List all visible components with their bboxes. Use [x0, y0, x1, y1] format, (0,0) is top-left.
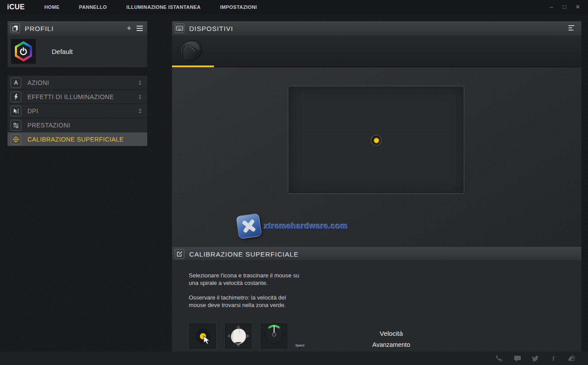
window-controls: – □ ✕	[548, 4, 588, 10]
calibration-lower-section: Selezionare l'icona e trascinare il mous…	[172, 260, 581, 365]
close-icon[interactable]: ✕	[575, 4, 581, 10]
mini-gauge-label: Speed	[287, 344, 313, 347]
profiles-header: PROFILI +	[8, 21, 147, 35]
mouse-cursor-icon	[203, 335, 210, 345]
devices-header: DISPOSITIVI	[172, 21, 581, 35]
target-icon	[11, 134, 21, 145]
count-badge: 1	[138, 80, 141, 86]
minimize-icon[interactable]: –	[548, 4, 554, 10]
device-tab-mouse[interactable]	[172, 35, 214, 67]
bottom-bar: 24 f	[0, 352, 588, 365]
profiles-panel: PROFILI +	[8, 21, 147, 146]
dpi-cursor-icon	[11, 106, 21, 116]
tile-drag-dot[interactable]	[189, 323, 216, 349]
profile-name: Default	[52, 48, 73, 55]
device-tabstrip	[172, 35, 581, 67]
icue-logo: iCUE	[7, 3, 25, 11]
icue-window: iCUE HOME PANNELLO ILLUMINAZIONE ISTANTA…	[0, 0, 588, 365]
maximize-icon[interactable]: □	[561, 4, 568, 10]
sliders-icon	[11, 120, 21, 131]
sidebar-item-lighting-effects[interactable]: EFFETTI DI ILLUMINAZIONE 1	[8, 90, 147, 104]
top-menu-bar: iCUE HOME PANNELLO ILLUMINAZIONE ISTANTA…	[0, 0, 588, 14]
sidebar-item-dpi[interactable]: DPI 2	[8, 104, 147, 118]
top-nav: HOME PANNELLO ILLUMINAZIONE ISTANTANEA I…	[44, 4, 257, 10]
svg-text:24: 24	[500, 359, 503, 362]
gauge-speed-label: Velocità	[347, 330, 435, 337]
corsair-logo-icon[interactable]	[568, 354, 576, 362]
calibration-dot[interactable]	[371, 135, 382, 146]
facebook-icon[interactable]: f	[550, 354, 557, 362]
nav-settings[interactable]: IMPOSTAZIONI	[220, 4, 257, 10]
calibration-step-tiles: Speed	[189, 323, 287, 349]
keyboard-icon	[175, 23, 184, 33]
count-badge: 2	[138, 108, 141, 114]
calibration-surface[interactable]	[288, 86, 464, 194]
watermark-x-icon	[236, 213, 262, 239]
mouse-directions-icon	[225, 324, 251, 348]
edit-icon	[175, 249, 184, 259]
surface-calibration-header: CALIBRAZIONE SUPERFICIALE	[172, 247, 581, 261]
letter-a-icon: A	[11, 77, 21, 88]
sidebar-item-actions[interactable]: A AZIONI 1	[8, 76, 147, 89]
surface-calibration-title: CALIBRAZIONE SUPERFICIALE	[189, 250, 299, 258]
sidebar-item-performance[interactable]: PRESTAZIONI	[8, 118, 147, 132]
tile-move-mouse[interactable]	[225, 323, 252, 349]
calibration-content: xtremehardware.com CALIBRAZIONE SUPERFIC…	[172, 67, 581, 345]
devices-panel: DISPOSITIVI	[172, 21, 581, 345]
calibration-instructions: Selezionare l'icona e trascinare il mous…	[189, 272, 302, 309]
nav-dashboard[interactable]: PANNELLO	[79, 4, 107, 10]
chat-icon[interactable]	[513, 354, 521, 362]
nav-home[interactable]: HOME	[44, 4, 60, 10]
count-badge: 1	[138, 94, 141, 100]
watermark: xtremehardware.com	[237, 215, 348, 238]
add-profile-icon[interactable]: +	[126, 24, 131, 32]
lightning-icon	[11, 92, 21, 102]
support-phone-icon[interactable]: 24	[495, 354, 503, 362]
device-filter-icon[interactable]	[569, 25, 574, 31]
mini-gauge-icon	[261, 324, 287, 344]
profiles-menu-icon[interactable]	[137, 26, 143, 31]
twitter-icon[interactable]	[531, 354, 539, 362]
profile-avatar	[11, 39, 36, 64]
instruction-line-1: Selezionare l'icona e trascinare il mous…	[189, 272, 302, 287]
mouse-image	[177, 37, 208, 65]
instruction-line-2: Osservare il tachimetro: la velocità del…	[189, 294, 302, 309]
profiles-icon	[10, 23, 20, 33]
devices-title: DISPOSITIVI	[189, 25, 233, 32]
sidebar-item-surface-calibration[interactable]: CALIBRAZIONE SUPERFICIALE	[8, 132, 147, 146]
profile-default[interactable]: Default	[8, 35, 147, 67]
gauge-progress-label: Avanzamento	[347, 341, 435, 348]
nav-instant-lighting[interactable]: ILLUMINAZIONE ISTANTANEA	[126, 4, 201, 10]
profiles-title: PROFILI	[25, 25, 53, 32]
tile-speedometer[interactable]: Speed	[261, 323, 287, 349]
